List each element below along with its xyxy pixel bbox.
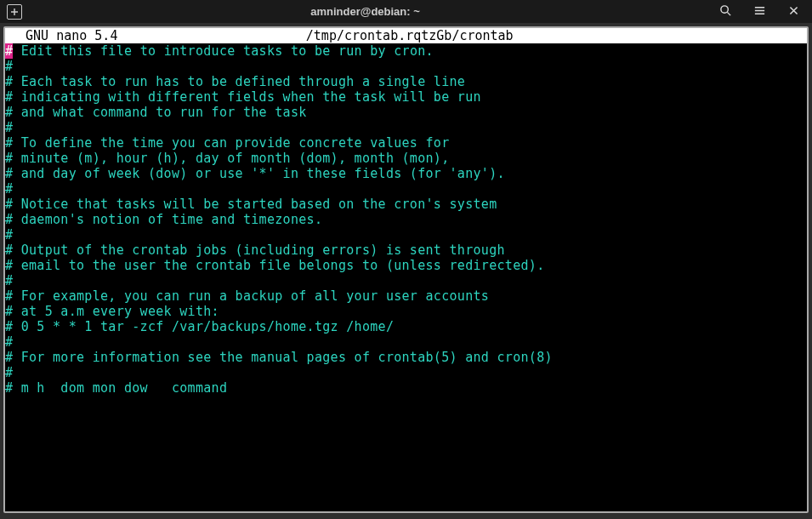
nano-editor-content[interactable]: # Edit this file to introduce tasks to b… (5, 43, 807, 396)
editor-line: # (5, 334, 807, 350)
editor-line: # Edit this file to introduce tasks to b… (5, 43, 807, 59)
editor-line: # m h dom mon dow command (5, 380, 807, 396)
editor-line: # indicating with different fields when … (5, 89, 807, 105)
line-text: # and day of week (dow) or use '*' in th… (5, 166, 505, 181)
editor-line: # 0 5 * * 1 tar -zcf /var/backups/home.t… (5, 319, 807, 334)
editor-line: # (5, 120, 807, 135)
editor-line: # For example, you can run a backup of a… (5, 288, 807, 304)
line-text: # daemon's notion of time and timezones. (5, 212, 322, 227)
line-text: # (5, 120, 13, 135)
line-text: # m h dom mon dow command (5, 380, 227, 396)
editor-line: # Output of the crontab jobs (including … (5, 242, 807, 258)
line-text: # For more information see the manual pa… (5, 350, 553, 365)
editor-line: # (5, 181, 807, 197)
terminal-window[interactable]: GNU nano 5.4 /tmp/crontab.rqtzGb/crontab… (3, 26, 809, 513)
hamburger-icon (753, 4, 766, 20)
line-text: # Output of the crontab jobs (including … (5, 242, 505, 258)
terminal-area: GNU nano 5.4 /tmp/crontab.rqtzGb/crontab… (0, 23, 812, 516)
line-text: # (5, 59, 13, 74)
line-text: # (5, 334, 13, 350)
editor-line: # (5, 273, 807, 288)
line-text: # (5, 273, 13, 288)
editor-line: # To define the time you can provide con… (5, 135, 807, 151)
editor-line: # (5, 365, 807, 380)
editor-line: # Notice that tasks will be started base… (5, 197, 807, 212)
line-text: # To define the time you can provide con… (5, 135, 450, 151)
line-text: # at 5 a.m every week with: (5, 304, 219, 319)
line-text: # (5, 181, 13, 197)
window-title: amninder@debian: ~ (22, 5, 708, 18)
line-text: # 0 5 * * 1 tar -zcf /var/backups/home.t… (5, 319, 394, 334)
line-text: # indicating with different fields when … (5, 89, 481, 105)
new-tab-icon[interactable] (7, 4, 22, 20)
title-bar-left (2, 4, 22, 20)
line-text: # Notice that tasks will be started base… (5, 197, 497, 212)
line-text: # Each task to run has to be defined thr… (5, 74, 465, 89)
editor-line: # For more information see the manual pa… (5, 350, 807, 365)
line-text: # (5, 227, 13, 242)
line-text: # and what command to run for the task (5, 105, 307, 120)
search-icon (719, 4, 732, 20)
editor-line: # and day of week (dow) or use '*' in th… (5, 166, 807, 181)
editor-line: # and what command to run for the task (5, 105, 807, 120)
cursor: # (5, 43, 13, 59)
editor-line: # at 5 a.m every week with: (5, 304, 807, 319)
editor-line: # Each task to run has to be defined thr… (5, 74, 807, 89)
close-icon (788, 5, 799, 19)
nano-header-bar: GNU nano 5.4 /tmp/crontab.rqtzGb/crontab (5, 28, 807, 43)
menu-button[interactable] (742, 0, 776, 23)
line-text: # minute (m), hour (h), day of month (do… (5, 151, 450, 166)
line-text: # (5, 365, 13, 380)
line-text: Edit this file to introduce tasks to be … (13, 43, 434, 59)
svg-point-0 (720, 5, 727, 12)
editor-line: # email to the user the crontab file bel… (5, 258, 807, 273)
editor-line: # daemon's notion of time and timezones. (5, 212, 807, 227)
editor-line: # (5, 227, 807, 242)
close-button[interactable] (776, 0, 810, 23)
title-bar-right (708, 0, 810, 23)
nano-app-name: GNU nano 5.4 (9, 28, 117, 43)
line-text: # email to the user the crontab file bel… (5, 258, 545, 273)
window-title-bar: amninder@debian: ~ (0, 0, 812, 23)
editor-line: # (5, 59, 807, 74)
search-button[interactable] (708, 0, 742, 23)
nano-file-path: /tmp/crontab.rqtzGb/crontab (117, 28, 701, 43)
editor-line: # minute (m), hour (h), day of month (do… (5, 151, 807, 166)
line-text: # For example, you can run a backup of a… (5, 288, 489, 304)
